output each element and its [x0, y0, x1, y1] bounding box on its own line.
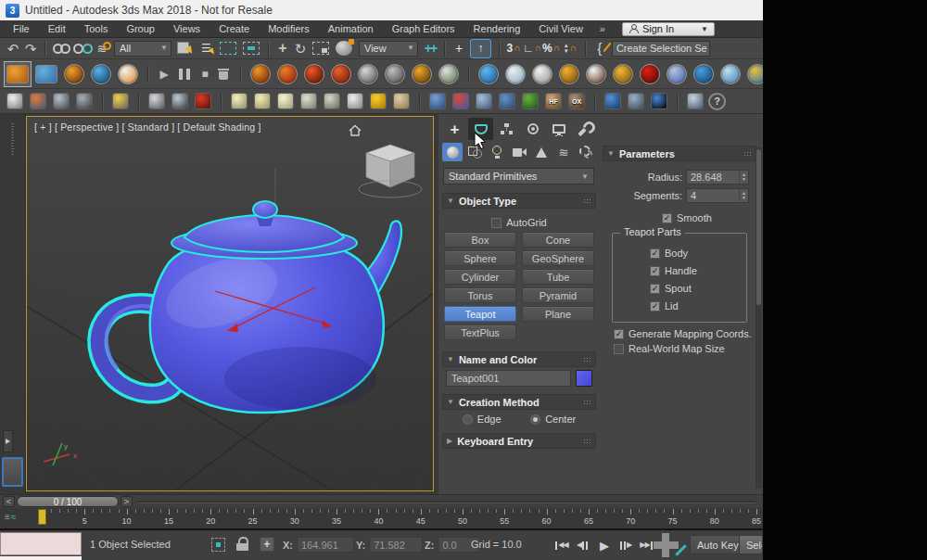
handle-checkbox[interactable]: ✓	[650, 266, 660, 276]
spinner-arrows-icon[interactable]: ▲▼	[739, 171, 748, 184]
preset-milk-icon[interactable]	[530, 62, 554, 86]
vray-help-icon[interactable]: ?	[708, 93, 726, 110]
menu-edit[interactable]: Edit	[39, 20, 75, 37]
create-selection-set-input[interactable]: Create Selection Se	[612, 41, 710, 57]
center-radio-group[interactable]: Center	[530, 414, 576, 425]
perspective-viewport[interactable]: [ + ] [ Perspective ] [ Standard ] [ Def…	[26, 116, 434, 491]
tab-create[interactable]: +	[442, 118, 467, 140]
real-world-checkbox[interactable]	[614, 344, 624, 354]
undo-icon[interactable]: ↶	[5, 39, 21, 57]
preset-water-drops-icon[interactable]	[476, 62, 501, 86]
objtype-geosphere-button[interactable]: GeoSphere	[522, 250, 594, 266]
objtype-pyramid-button[interactable]: Pyramid	[522, 287, 594, 303]
preset-explosion-icon[interactable]	[302, 62, 326, 86]
vray-ox-icon[interactable]: OX	[566, 91, 587, 111]
use-pivot-point-center-icon[interactable]: ++	[422, 39, 438, 57]
tab-modify[interactable]	[468, 118, 493, 140]
select-and-scale-icon[interactable]	[312, 42, 329, 55]
menu-overflow-icon[interactable]: »	[596, 23, 609, 34]
objtype-plane-button[interactable]: Plane	[522, 306, 594, 322]
viewport-label[interactable]: [ + ] [ Perspective ] [ Standard ] [ Def…	[34, 121, 261, 133]
vray-fur-icon[interactable]	[497, 91, 517, 111]
radius-value[interactable]: 28.648	[687, 171, 739, 184]
objtype-tube-button[interactable]: Tube	[522, 269, 594, 285]
rectangular-selection-region-icon[interactable]	[220, 42, 236, 55]
expand-panel-button[interactable]	[3, 430, 13, 452]
menu-modifiers[interactable]: Modifiers	[259, 20, 319, 37]
phoenix-grid-preset-icon[interactable]	[33, 62, 59, 86]
stop-simulation-icon[interactable]: ■	[197, 65, 213, 83]
go-to-start-button[interactable]: ◀◀	[551, 535, 572, 555]
segments-spinner[interactable]: 4 ▲▼	[686, 188, 749, 203]
edge-radio-group[interactable]: Edge	[463, 414, 502, 425]
reference-coordinate-system-dropdown[interactable]: View▼	[359, 41, 418, 57]
time-slider[interactable]: 0 / 100	[17, 496, 119, 507]
play-animation-button[interactable]: ▶	[593, 535, 615, 555]
time-slider-next-button[interactable]: >	[121, 496, 133, 507]
edge-radio[interactable]	[463, 414, 473, 425]
preset-washing-icon[interactable]	[665, 62, 689, 86]
category-systems[interactable]	[576, 143, 596, 161]
tab-utilities[interactable]	[572, 118, 597, 140]
unlink-selection-icon[interactable]	[72, 39, 93, 57]
preset-sea-icon[interactable]	[745, 62, 763, 86]
preset-smoke-icon[interactable]	[356, 62, 380, 86]
preset-whirlpool-icon[interactable]	[692, 62, 716, 86]
smooth-checkbox[interactable]: ✓	[662, 213, 672, 223]
tab-hierarchy[interactable]	[494, 118, 519, 140]
objtype-box-button[interactable]: Box	[444, 232, 516, 248]
body-checkbox[interactable]: ✓	[650, 248, 660, 259]
angle-snap-icon[interactable]: ∟∩	[523, 39, 541, 57]
drag-grip-icon[interactable]	[583, 439, 591, 444]
selected-key-filter-button[interactable]: Selected	[739, 535, 763, 554]
start-simulation-icon[interactable]: ▶	[156, 65, 172, 83]
select-and-rotate-icon[interactable]: ↻	[292, 39, 309, 57]
dock-grip[interactable]	[11, 123, 14, 157]
category-shapes[interactable]	[464, 143, 485, 161]
menu-file[interactable]: File	[4, 20, 39, 37]
keyboard-shortcut-override-icon[interactable]: ↑	[470, 39, 491, 58]
drag-grip-icon[interactable]	[583, 357, 591, 363]
vray-script-dialog-icon[interactable]	[685, 91, 705, 111]
named-selection-sets-icon[interactable]: {	[591, 39, 608, 57]
transform-type-in-icon[interactable]: +	[260, 537, 274, 552]
lid-checkbox[interactable]: ✓	[650, 301, 660, 312]
select-and-manipulate-icon[interactable]: +	[451, 39, 467, 57]
vray-scatter-icon[interactable]	[427, 91, 448, 111]
vray-light-lister-icon[interactable]	[110, 91, 131, 111]
x-field[interactable]: 164.961	[297, 537, 354, 553]
preset-beer-icon[interactable]	[557, 62, 581, 86]
spinner-arrows-icon[interactable]: ▲▼	[739, 189, 748, 202]
vray-camera-focus-icon[interactable]	[170, 91, 190, 111]
select-and-link-icon[interactable]	[51, 39, 71, 57]
primitives-category-dropdown[interactable]: Standard Primitives ▼	[443, 168, 594, 185]
vray-black-hole-icon[interactable]	[649, 91, 669, 111]
objtype-cylinder-button[interactable]: Cylinder	[444, 269, 516, 285]
sign-in-button[interactable]: Sign In ▼	[622, 22, 715, 36]
menu-tools[interactable]: Tools	[75, 20, 118, 37]
parameters-rollout-header[interactable]: ▼ Parameters	[603, 146, 756, 161]
vray-dome-light-icon[interactable]	[252, 91, 273, 111]
preset-fire-remove-icon[interactable]	[275, 62, 299, 86]
object-type-rollout-header[interactable]: ▼ Object Type	[442, 193, 596, 209]
vray-hf-icon[interactable]: HF	[543, 91, 564, 111]
vray-camera-lister-icon[interactable]	[146, 91, 167, 111]
window-crossing-icon[interactable]	[243, 42, 260, 55]
category-geometry[interactable]	[442, 143, 463, 161]
menu-views[interactable]: Views	[164, 20, 210, 37]
drag-grip-icon[interactable]	[743, 151, 752, 157]
vray-render-setup-icon[interactable]	[51, 91, 71, 111]
snaps-toggle-icon[interactable]: 3∩	[505, 39, 522, 57]
drag-grip-icon[interactable]	[583, 198, 591, 204]
vray-render-settings-icon[interactable]	[74, 91, 95, 111]
menu-graph-editors[interactable]: Graph Editors	[383, 20, 464, 37]
vray-material-sphere-icon[interactable]	[603, 91, 623, 111]
menu-civil-view[interactable]: Civil View	[529, 20, 591, 37]
objtype-torus-button[interactable]: Torus	[444, 287, 516, 303]
selection-filter-dropdown[interactable]: All▼	[114, 41, 171, 57]
creation-method-rollout-header[interactable]: ▼ Creation Method	[442, 394, 596, 410]
preset-smoke-trail-icon[interactable]	[383, 62, 407, 86]
phoenix-liquid-preset-icon[interactable]	[5, 62, 31, 86]
preset-honey-icon[interactable]	[611, 62, 635, 86]
vray-dome-camera-icon[interactable]	[474, 91, 494, 111]
